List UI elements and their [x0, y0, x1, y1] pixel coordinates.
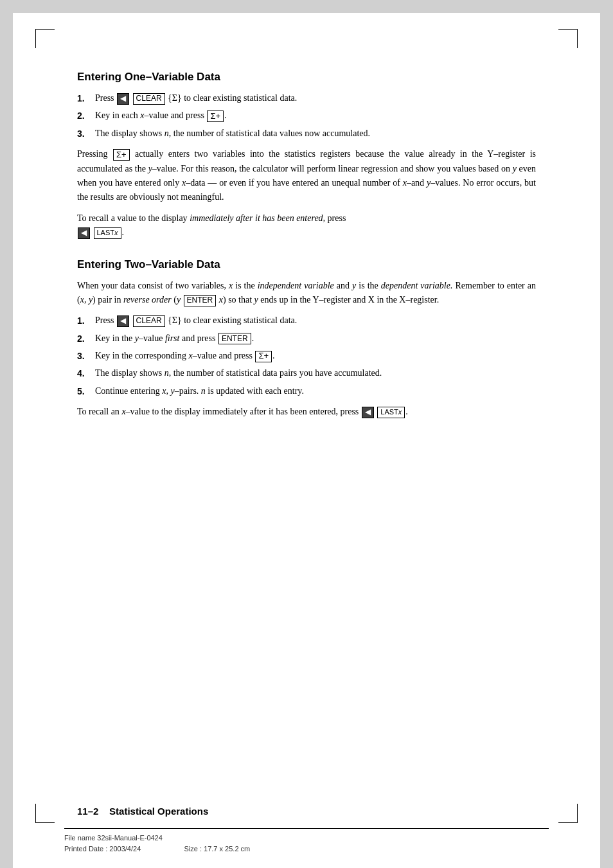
page-content: Entering One–Variable Data 1. Press ◀ CL…: [64, 51, 549, 439]
sigma-plus-key: Σ+: [207, 111, 224, 122]
section2-title: Entering Two–Variable Data: [77, 258, 536, 271]
step-number: 3.: [77, 349, 95, 363]
step-number: 4.: [77, 366, 95, 380]
step-text: The display shows n, the number of stati…: [95, 127, 536, 141]
section2-para: To recall an x–value to the display imme…: [77, 405, 536, 419]
footer-line1: File name 32sii-Manual-E-0424: [64, 834, 163, 842]
section1-para1: Pressing Σ+ actually enters two variable…: [77, 147, 536, 205]
step-text: Key in the y–value first and press ENTER…: [95, 332, 536, 346]
last-x-key2: LASTx: [377, 407, 405, 418]
list-item: 1. Press ◀ CLEAR {Σ} to clear existing s…: [77, 91, 536, 105]
back-key2: ◀: [78, 227, 90, 239]
list-item: 5. Continue entering x, y–pairs. n is up…: [77, 384, 536, 398]
clear-key2: CLEAR: [133, 315, 165, 327]
last-x-key: LASTx: [94, 227, 121, 239]
section1-steps: 1. Press ◀ CLEAR {Σ} to clear existing s…: [77, 91, 536, 141]
section1-title: Entering One–Variable Data: [77, 71, 536, 84]
back-key4: ◀: [362, 407, 374, 418]
back-key: ◀: [117, 93, 129, 105]
step-text: Press ◀ CLEAR {Σ} to clear existing stat…: [95, 91, 536, 105]
section-title: Statistical Operations: [109, 806, 208, 817]
step-number: 2.: [77, 109, 95, 123]
step-number: 5.: [77, 384, 95, 398]
list-item: 4. The display shows n, the number of st…: [77, 366, 536, 380]
corner-mark-tr: [558, 29, 578, 48]
footer-size: Size : 17.7 x 25.2 cm: [184, 845, 251, 853]
footer-divider: [64, 828, 549, 829]
step-number: 2.: [77, 332, 95, 346]
list-item: 3. Key in the corresponding x–value and …: [77, 349, 536, 363]
step-text: Key in each x–value and press Σ+.: [95, 109, 536, 123]
section1-para2: To recall a value to the display immedia…: [77, 211, 536, 240]
list-item: 2. Key in each x–value and press Σ+.: [77, 109, 536, 123]
section2-intro: When your data consist of two variables,…: [77, 279, 536, 308]
enter-key2: ENTER: [218, 333, 251, 344]
list-item: 3. The display shows n, the number of st…: [77, 127, 536, 141]
sigma-plus-key2: Σ+: [113, 149, 130, 161]
step-text: Key in the corresponding x–value and pre…: [95, 349, 536, 363]
step-text: The display shows n, the number of stati…: [95, 366, 536, 380]
step-number: 3.: [77, 127, 95, 141]
step-number: 1.: [77, 314, 95, 328]
step-number: 1.: [77, 91, 95, 105]
back-key3: ◀: [117, 315, 129, 327]
footer: File name 32sii-Manual-E-0424 Printed Da…: [64, 828, 549, 855]
clear-key: CLEAR: [133, 93, 165, 105]
enter-key-inline: ENTER: [184, 295, 217, 306]
step-text: Continue entering x, y–pairs. n is updat…: [95, 384, 536, 398]
sigma-plus-key3: Σ+: [255, 351, 272, 362]
list-item: 2. Key in the y–value first and press EN…: [77, 332, 536, 346]
section-number: 11–2: [77, 806, 98, 817]
footer-line2: Printed Date : 2003/4/24: [64, 845, 141, 853]
list-item: 1. Press ◀ CLEAR {Σ} to clear existing s…: [77, 314, 536, 328]
corner-mark-bl: [35, 804, 55, 823]
corner-mark-tl: [35, 29, 55, 48]
step-text: Press ◀ CLEAR {Σ} to clear existing stat…: [95, 314, 536, 328]
footer-text: File name 32sii-Manual-E-0424 Printed Da…: [64, 833, 549, 855]
corner-mark-br: [558, 804, 578, 823]
section2-steps: 1. Press ◀ CLEAR {Σ} to clear existing s…: [77, 314, 536, 398]
section-number-heading: 11–2 Statistical Operations: [77, 806, 208, 817]
